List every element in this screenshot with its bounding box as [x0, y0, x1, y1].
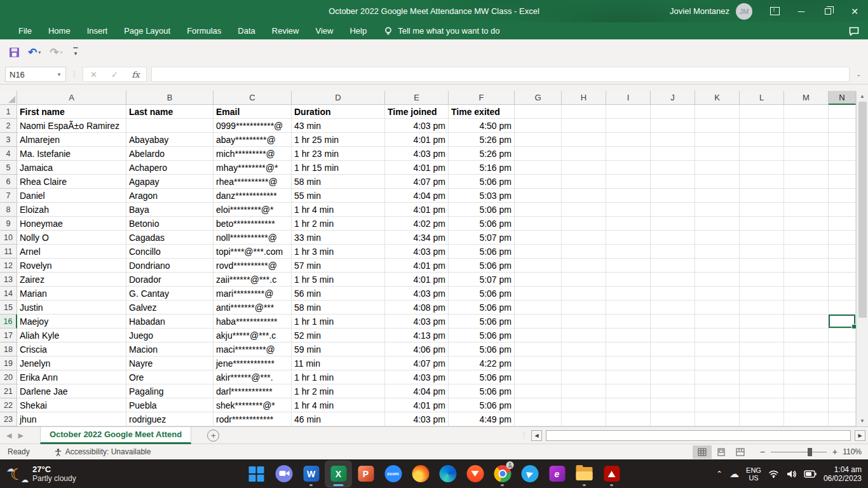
cell-H18[interactable] [562, 342, 606, 356]
taskbar-firefox-button[interactable] [408, 461, 433, 487]
row-header-8[interactable]: 8 [0, 203, 17, 217]
cell-K14[interactable] [695, 287, 740, 301]
cell-D16[interactable]: 1 hr 1 min [292, 315, 385, 329]
cell-H8[interactable] [562, 203, 606, 217]
cell-J11[interactable] [651, 245, 695, 259]
cell-B23[interactable]: rodriguez [126, 412, 214, 426]
cell-A21[interactable]: Darlene Jae [17, 384, 126, 398]
cell-M6[interactable] [784, 175, 829, 189]
weather-widget[interactable]: ☁☾☁ 27°C Partly cloudy [0, 464, 76, 484]
cell-L23[interactable] [740, 412, 784, 426]
cell-M21[interactable] [784, 384, 829, 398]
cell-F13[interactable]: 5:07 pm [449, 273, 515, 287]
cell-A3[interactable]: Almarejen [17, 133, 126, 147]
cell-A15[interactable]: Justin [17, 301, 126, 315]
cell-J7[interactable] [651, 189, 695, 203]
cell-K2[interactable] [695, 119, 740, 133]
cell-K6[interactable] [695, 175, 740, 189]
tabbar-splitter[interactable]: ⋮ [520, 434, 527, 437]
row-header-15[interactable]: 15 [0, 301, 17, 315]
undo-dropdown-icon[interactable]: ▾ [38, 50, 41, 55]
cell-M10[interactable] [784, 231, 829, 245]
formula-input[interactable] [151, 67, 850, 82]
ribbon-tab-help[interactable]: Help [341, 22, 375, 39]
cell-A8[interactable]: Eloizah [17, 203, 126, 217]
taskbar-powerpoint-button[interactable]: P [353, 461, 379, 487]
zoom-slider[interactable] [771, 452, 827, 452]
cell-M1[interactable] [784, 105, 829, 119]
cell-A11[interactable]: Arnel [17, 245, 126, 259]
cell-H14[interactable] [562, 287, 606, 301]
cell-J8[interactable] [651, 203, 695, 217]
name-box-dropdown-icon[interactable]: ▼ [57, 72, 62, 78]
cell-F16[interactable]: 5:06 pm [449, 315, 515, 329]
cell-K7[interactable] [695, 189, 740, 203]
cell-H3[interactable] [562, 133, 606, 147]
tray-overflow-icon[interactable]: ⌃ [716, 470, 722, 478]
row-header-20[interactable]: 20 [0, 370, 17, 384]
row-header-22[interactable]: 22 [0, 398, 17, 412]
taskbar-edge-button[interactable] [435, 461, 461, 487]
column-header-M[interactable]: M [784, 91, 829, 105]
cell-I13[interactable] [606, 273, 651, 287]
cell-F18[interactable]: 5:06 pm [449, 342, 515, 356]
cell-N21[interactable] [829, 384, 856, 398]
cell-D22[interactable]: 1 hr 4 min [292, 398, 385, 412]
expand-formula-bar-icon[interactable]: ⌄ [854, 71, 863, 78]
cell-L19[interactable] [740, 356, 784, 370]
cell-G14[interactable] [515, 287, 562, 301]
cell-I4[interactable] [606, 147, 651, 161]
row-header-5[interactable]: 5 [0, 161, 17, 175]
cell-D18[interactable]: 59 min [292, 342, 385, 356]
tell-me-box[interactable]: Tell me what you want to do [384, 26, 499, 36]
cell-H23[interactable] [562, 412, 606, 426]
cell-K23[interactable] [695, 412, 740, 426]
cell-J2[interactable] [651, 119, 695, 133]
language-indicator[interactable]: ENG US [746, 466, 761, 482]
cell-H7[interactable] [562, 189, 606, 203]
cell-B16[interactable]: Habadan [126, 315, 214, 329]
accessibility-checker[interactable]: Accessibility: Unavailable [54, 447, 151, 456]
cell-N5[interactable] [829, 161, 856, 175]
cell-N7[interactable] [829, 189, 856, 203]
cell-E5[interactable]: 4:01 pm [385, 161, 449, 175]
cell-I5[interactable] [606, 161, 651, 175]
insert-function-button[interactable]: fx [125, 70, 146, 79]
cell-J1[interactable] [651, 105, 695, 119]
cell-D7[interactable]: 55 min [292, 189, 385, 203]
row-header-9[interactable]: 9 [0, 217, 17, 231]
cell-C5[interactable]: mhay********@* [214, 161, 292, 175]
sheet-nav-right-icon[interactable]: ▶ [18, 431, 29, 440]
cell-H22[interactable] [562, 398, 606, 412]
cell-K21[interactable] [695, 384, 740, 398]
cell-J10[interactable] [651, 231, 695, 245]
cell-D10[interactable]: 33 min [292, 231, 385, 245]
enter-button[interactable]: ✓ [104, 70, 125, 79]
cell-N3[interactable] [829, 133, 856, 147]
cell-B21[interactable]: Pagaling [126, 384, 214, 398]
cell-I2[interactable] [606, 119, 651, 133]
restore-button[interactable] [815, 0, 841, 22]
cell-E18[interactable]: 4:06 pm [385, 342, 449, 356]
cell-B8[interactable]: Baya [126, 203, 214, 217]
cell-N11[interactable] [829, 245, 856, 259]
cell-B18[interactable]: Macion [126, 342, 214, 356]
cell-J23[interactable] [651, 412, 695, 426]
cell-F6[interactable]: 5:06 pm [449, 175, 515, 189]
cell-C23[interactable]: rodr************ [214, 412, 292, 426]
cell-N4[interactable] [829, 147, 856, 161]
row-header-11[interactable]: 11 [0, 245, 17, 259]
cell-K9[interactable] [695, 217, 740, 231]
row-header-19[interactable]: 19 [0, 356, 17, 370]
cell-I9[interactable] [606, 217, 651, 231]
cell-G13[interactable] [515, 273, 562, 287]
cell-E3[interactable]: 4:01 pm [385, 133, 449, 147]
cell-B5[interactable]: Achapero [126, 161, 214, 175]
normal-view-button[interactable] [693, 445, 712, 459]
cell-E14[interactable]: 4:03 pm [385, 287, 449, 301]
cell-G21[interactable] [515, 384, 562, 398]
cell-I15[interactable] [606, 301, 651, 315]
cell-M5[interactable] [784, 161, 829, 175]
name-box[interactable]: N16 ▼ [5, 67, 66, 82]
cell-C7[interactable]: danz************ [214, 189, 292, 203]
